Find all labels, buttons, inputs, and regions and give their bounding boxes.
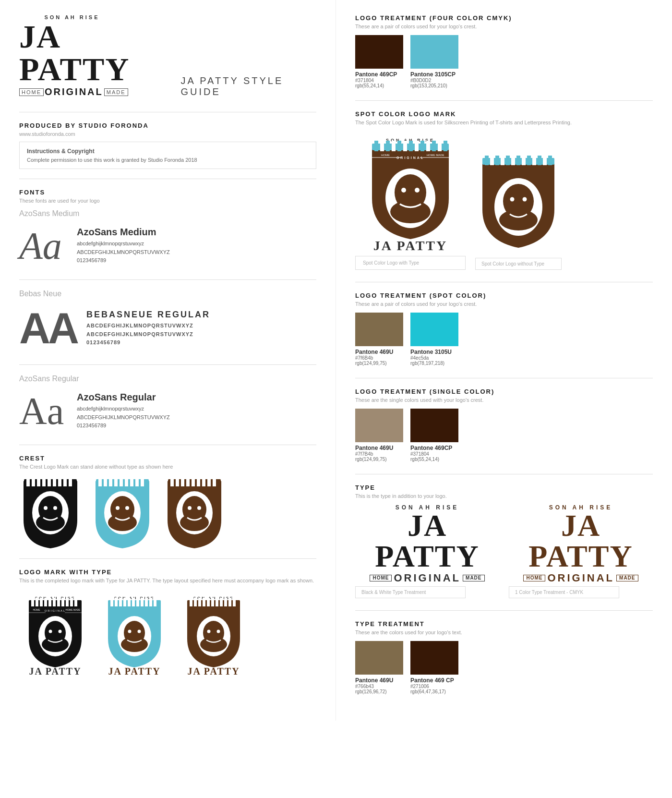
svg-rect-145 bbox=[543, 156, 547, 165]
spot-color-title: SPOT COLOR LOGO MARK bbox=[355, 110, 653, 118]
type-treatment-color-box-1 bbox=[355, 641, 403, 675]
svg-rect-2 bbox=[32, 477, 35, 486]
svg-rect-90 bbox=[190, 598, 192, 606]
svg-point-65 bbox=[42, 637, 69, 652]
spot-swatch-rgb-1: rgb(124,99,75) bbox=[355, 361, 403, 366]
svg-point-13 bbox=[44, 506, 48, 510]
svg-point-67 bbox=[59, 630, 62, 633]
svg-rect-120 bbox=[438, 141, 442, 151]
font-demo-name-1: AzoSans Medium bbox=[77, 227, 316, 238]
single-swatch-name-1: Pantone 469U bbox=[355, 445, 403, 451]
svg-rect-135 bbox=[490, 156, 494, 165]
svg-rect-142 bbox=[527, 156, 531, 165]
font-demo-azosans-medium: Aa AzoSans Medium abcdefghijklmnopqrstuv… bbox=[19, 222, 316, 270]
original-text: ORIGINAL bbox=[45, 86, 103, 97]
svg-point-149 bbox=[499, 209, 538, 230]
svg-point-42 bbox=[180, 514, 209, 531]
logo-mark-brown: SON AH RISE bbox=[178, 591, 250, 682]
svg-rect-72 bbox=[115, 598, 118, 606]
spot-color-box-2 bbox=[410, 313, 458, 346]
type-section-title: TYPE bbox=[355, 484, 653, 491]
type-1color: SON AH RISE JA PATTY HOME ORIGINAL MADE … bbox=[509, 505, 653, 598]
home-text: HOME bbox=[19, 88, 44, 96]
svg-point-29 bbox=[125, 506, 129, 510]
type-1color-caption: 1 Color Type Treatment - CMYK bbox=[509, 586, 619, 598]
font-name-azosans-medium: AzoSans Medium bbox=[19, 209, 316, 218]
svg-rect-32 bbox=[176, 477, 179, 486]
logo-treatment-single-subtitle: These are the single colors used with yo… bbox=[355, 397, 653, 403]
svg-rect-143 bbox=[532, 156, 536, 165]
spot-color-subtitle: The Spot Color Logo Mark is used for Sil… bbox=[355, 120, 653, 125]
type-treatment-swatch-name-2: Pantone 469 CP bbox=[410, 677, 458, 684]
svg-rect-34 bbox=[186, 477, 190, 486]
svg-rect-140 bbox=[516, 156, 520, 165]
type-treatment-swatch-rgb-1: rgb(126,96,72) bbox=[355, 689, 403, 694]
spot-swatch-2: Pantone 3105U #4ec5da rgb(78,197,218) bbox=[410, 313, 458, 366]
crest-brown bbox=[163, 477, 226, 549]
single-swatch-rgb-2: rgb(55,24,14) bbox=[410, 457, 458, 462]
cmyk-swatch-name-2: Pantone 3105CP bbox=[410, 71, 458, 78]
svg-rect-22 bbox=[130, 477, 133, 486]
type-treatment-section: TYPE TREATMENT These are the colors used… bbox=[355, 620, 653, 694]
svg-point-151 bbox=[523, 197, 527, 202]
spot-logo-without-type: Spot Color Logo without Type bbox=[475, 149, 562, 270]
logo-treatment-cmyk-title: LOGO TREATMENT (FOUR COLOR CMYK) bbox=[355, 14, 653, 22]
type-treatment-swatch-rgb-2: rgb(64,47,36,17) bbox=[410, 689, 458, 694]
logo-marks-row: SON AH RISE bbox=[19, 591, 316, 682]
cmyk-swatch-rgb-2: rgb(153,205,210) bbox=[410, 83, 458, 88]
svg-rect-112 bbox=[392, 141, 396, 151]
svg-rect-80 bbox=[149, 598, 152, 606]
type-treatment-title: TYPE TREATMENT bbox=[355, 620, 653, 628]
svg-rect-36 bbox=[197, 477, 200, 486]
type-treatment-subtitle: These are the colors used for your logo'… bbox=[355, 629, 653, 635]
svg-text:ORIGINAL: ORIGINAL bbox=[45, 609, 66, 612]
cmyk-swatch-name-1: Pantone 469CP bbox=[355, 71, 403, 78]
type-1color-jp: JA PATTY bbox=[509, 510, 653, 572]
font-demo-chars-upper-1: ABCDEFGHIJKLMNOPQRSTUVWXYZ bbox=[77, 248, 316, 257]
svg-rect-110 bbox=[380, 141, 384, 151]
crest-section: CREST The Crest Logo Mark can stand alon… bbox=[19, 455, 316, 549]
svg-rect-98 bbox=[224, 598, 227, 606]
logo-mark-subtitle: This is the completed logo mark with Typ… bbox=[19, 578, 316, 583]
svg-rect-19 bbox=[114, 477, 118, 486]
svg-rect-51 bbox=[48, 598, 51, 606]
logo-area: SON AH RISE JA PATTY HOME ORIGINAL MADE … bbox=[19, 14, 316, 97]
svg-rect-50 bbox=[44, 598, 47, 606]
type-1color-made: MADE bbox=[616, 575, 638, 581]
cmyk-swatch-1: Pantone 469CP #371804 rgb(55,24,14) bbox=[355, 35, 403, 88]
svg-rect-16 bbox=[98, 477, 102, 486]
font-demo-chars-nums-3: 0123456789 bbox=[77, 422, 316, 430]
svg-rect-119 bbox=[432, 141, 436, 151]
cmyk-swatch-2: Pantone 3105CP #B0D0D2 rgb(153,205,210) bbox=[410, 35, 458, 88]
svg-rect-91 bbox=[194, 598, 197, 606]
main-logo: SON AH RISE JA PATTY HOME ORIGINAL MADE bbox=[19, 14, 166, 97]
svg-rect-9 bbox=[69, 477, 72, 486]
producer-website: www.studioforonda.com bbox=[19, 131, 316, 137]
svg-text:HOME MADE: HOME MADE bbox=[66, 608, 81, 611]
cmyk-swatches: Pantone 469CP #371804 rgb(55,24,14) Pant… bbox=[355, 35, 653, 88]
svg-rect-146 bbox=[548, 156, 552, 165]
type-section: TYPE This is the type in addition to you… bbox=[355, 484, 653, 598]
type-treatment-swatch-2: Pantone 469 CP #271006 rgb(64,47,36,17) bbox=[410, 641, 458, 694]
svg-text:JA PATTY: JA PATTY bbox=[187, 666, 240, 677]
logo-mark-cyan: SON AH RISE bbox=[98, 591, 170, 682]
svg-rect-6 bbox=[53, 477, 56, 486]
svg-point-28 bbox=[116, 506, 120, 510]
svg-rect-17 bbox=[104, 477, 107, 486]
svg-rect-5 bbox=[48, 477, 51, 486]
svg-rect-24 bbox=[141, 477, 144, 486]
logo-treatment-spot-section: LOGO TREATMENT (SPOT COLOR) These are a … bbox=[355, 292, 653, 366]
logo-mark-section: LOGO MARK WITH TYPE This is the complete… bbox=[19, 568, 316, 682]
svg-rect-92 bbox=[198, 598, 201, 606]
spot-swatches: Pantone 469U #7f6B4b rgb(124,99,75) Pant… bbox=[355, 313, 653, 366]
crest-title: CREST bbox=[19, 455, 316, 462]
svg-rect-100 bbox=[233, 598, 236, 606]
crest-cyan bbox=[91, 477, 154, 549]
fonts-title: FONTS bbox=[19, 189, 316, 196]
font-demo-chars-nums-1: 0123456789 bbox=[77, 256, 316, 265]
svg-rect-37 bbox=[202, 477, 205, 486]
svg-rect-74 bbox=[123, 598, 126, 606]
svg-rect-109 bbox=[374, 141, 378, 151]
svg-rect-95 bbox=[211, 598, 214, 606]
type-treatment-swatch-name-1: Pantone 469U bbox=[355, 677, 403, 684]
